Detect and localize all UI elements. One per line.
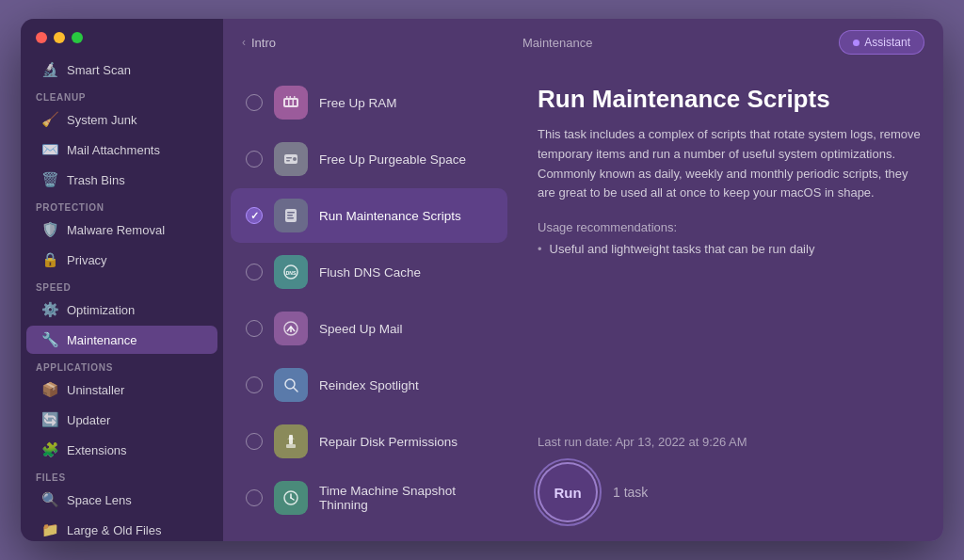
system-junk-icon: 🧹 — [41, 111, 58, 128]
speed-up-mail-label: Speed Up Mail — [319, 322, 403, 336]
section-label: Maintenance — [522, 36, 592, 50]
repair-disk-icon — [274, 424, 308, 458]
sidebar-item-system-junk[interactable]: 🧹 System Junk — [26, 105, 217, 134]
task-list: Free Up RAM Free Up Purgeable Space — [223, 66, 515, 541]
svg-rect-13 — [287, 215, 293, 216]
assistant-button[interactable]: Assistant — [839, 30, 924, 55]
run-maintenance-scripts-icon — [274, 199, 308, 232]
uninstaller-label: Uninstaller — [67, 383, 124, 397]
topbar-center: Maintenance — [522, 36, 592, 50]
speed-up-mail-icon — [274, 312, 308, 345]
close-dot[interactable] — [36, 32, 47, 43]
run-button-ring — [534, 458, 602, 526]
task-item-flush-dns[interactable]: DNS Flush DNS Cache — [231, 245, 507, 299]
flush-dns-label: Flush DNS Cache — [319, 265, 421, 280]
task-radio-free-up-purgeable[interactable] — [246, 151, 263, 168]
section-label-files: Files — [21, 465, 223, 485]
malware-removal-label: Malware Removal — [67, 223, 165, 237]
svg-text:DNS: DNS — [286, 270, 297, 276]
run-maintenance-scripts-label: Run Maintenance Scripts — [319, 209, 461, 223]
sidebar-item-updater[interactable]: 🔄 Updater — [26, 406, 217, 434]
usage-item: • Useful and lightweight tasks that can … — [538, 242, 921, 256]
sidebar-item-optimization[interactable]: ⚙️ Optimization — [26, 296, 217, 324]
assistant-label: Assistant — [864, 36, 910, 49]
svg-rect-14 — [287, 217, 294, 219]
task-radio-reindex-spotlight[interactable] — [246, 376, 263, 393]
main-content: ‹ Intro Maintenance Assistant — [223, 19, 943, 541]
privacy-icon: 🔒 — [41, 251, 58, 268]
extensions-label: Extensions — [67, 443, 127, 457]
sidebar-item-extensions[interactable]: 🧩 Extensions — [26, 436, 217, 464]
reindex-spotlight-label: Reindex Spotlight — [319, 378, 419, 392]
titlebar — [21, 32, 223, 55]
task-item-repair-disk[interactable]: Repair Disk Permissions — [231, 414, 507, 469]
sidebar-item-malware-removal[interactable]: 🛡️ Malware Removal — [26, 216, 217, 244]
run-task-count: 1 task — [613, 485, 648, 500]
assistant-status-dot — [853, 40, 860, 46]
svg-rect-6 — [294, 96, 296, 98]
free-up-ram-label: Free Up RAM — [319, 96, 397, 110]
svg-rect-21 — [286, 444, 296, 448]
repair-disk-label: Repair Disk Permissions — [319, 435, 458, 449]
free-up-ram-icon — [274, 86, 308, 120]
sidebar-item-mail-attachments[interactable]: ✉️ Mail Attachments — [26, 136, 217, 164]
task-radio-free-up-ram[interactable] — [246, 94, 263, 111]
trash-bins-label: Trash Bins — [67, 173, 125, 187]
sidebar-item-smart-scan[interactable]: 🔬 Smart Scan — [26, 56, 217, 84]
svg-rect-10 — [286, 160, 290, 162]
task-item-speed-up-mail[interactable]: Speed Up Mail — [231, 301, 507, 356]
task-item-reindex-spotlight[interactable]: Reindex Spotlight — [231, 358, 507, 412]
large-old-files-icon: 📁 — [41, 521, 58, 538]
detail-title: Run Maintenance Scripts — [538, 85, 921, 114]
task-radio-time-machine[interactable] — [246, 489, 263, 506]
time-machine-label: Time Machine Snapshot Thinning — [319, 484, 492, 512]
task-item-free-up-purgeable[interactable]: Free Up Purgeable Space — [231, 132, 507, 186]
last-run-date: Apr 13, 2022 at 9:26 AM — [615, 435, 747, 449]
sidebar-item-maintenance[interactable]: 🔧 Maintenance — [26, 326, 217, 354]
bullet-icon: • — [538, 242, 542, 256]
svg-rect-12 — [287, 212, 295, 214]
section-label-cleanup: Cleanup — [21, 85, 223, 104]
space-lens-icon: 🔍 — [41, 491, 58, 508]
task-radio-flush-dns[interactable] — [246, 264, 263, 280]
maintenance-label: Maintenance — [67, 333, 137, 347]
sidebar: 🔬 Smart Scan Cleanup 🧹 System Junk ✉️ Ma… — [21, 19, 223, 541]
task-item-time-machine[interactable]: Time Machine Snapshot Thinning — [231, 471, 507, 525]
sidebar-item-uninstaller[interactable]: 📦 Uninstaller — [26, 376, 217, 404]
task-radio-run-maintenance-scripts[interactable] — [246, 207, 263, 224]
maximize-dot[interactable] — [72, 32, 83, 43]
mail-attachments-icon: ✉️ — [41, 141, 58, 158]
app-window: 🔬 Smart Scan Cleanup 🧹 System Junk ✉️ Ma… — [21, 19, 943, 541]
sidebar-item-large-old-files[interactable]: 📁 Large & Old Files — [26, 516, 217, 541]
malware-removal-icon: 🛡️ — [41, 221, 58, 238]
topbar-left: ‹ Intro — [242, 36, 276, 50]
task-item-free-up-ram[interactable]: Free Up RAM — [231, 75, 507, 130]
time-machine-icon — [274, 481, 308, 515]
trash-bins-icon: 🗑️ — [41, 171, 58, 188]
svg-rect-5 — [290, 96, 292, 98]
system-junk-label: System Junk — [67, 113, 137, 127]
large-old-files-label: Large & Old Files — [67, 523, 161, 537]
sidebar-item-trash-bins[interactable]: 🗑️ Trash Bins — [26, 166, 217, 194]
mail-attachments-label: Mail Attachments — [67, 143, 160, 157]
back-label[interactable]: Intro — [251, 36, 276, 50]
sidebar-item-space-lens[interactable]: 🔍 Space Lens — [26, 486, 217, 514]
section-label-protection: Protection — [21, 195, 223, 215]
detail-panel: Run Maintenance Scripts This task includ… — [515, 66, 943, 541]
usage-item-text: Useful and lightweight tasks that can be… — [550, 242, 815, 256]
free-up-purgeable-label: Free Up Purgeable Space — [319, 152, 466, 167]
task-radio-speed-up-mail[interactable] — [246, 320, 263, 337]
task-radio-repair-disk[interactable] — [246, 433, 263, 450]
uninstaller-icon: 📦 — [41, 381, 58, 398]
svg-line-25 — [291, 498, 294, 500]
task-item-run-maintenance-scripts[interactable]: Run Maintenance Scripts — [231, 188, 507, 243]
last-run-label: Last run date: — [538, 435, 613, 449]
detail-description: This task includes a complex of scripts … — [538, 125, 921, 203]
usage-recommendations-label: Usage recommendations: — [538, 220, 921, 234]
free-up-purgeable-icon — [274, 142, 308, 176]
content-area: Free Up RAM Free Up Purgeable Space — [223, 66, 943, 541]
minimize-dot[interactable] — [54, 32, 65, 43]
run-button-wrapper: Run — [538, 462, 598, 522]
svg-rect-9 — [286, 157, 292, 159]
sidebar-item-privacy[interactable]: 🔒 Privacy — [26, 246, 217, 274]
